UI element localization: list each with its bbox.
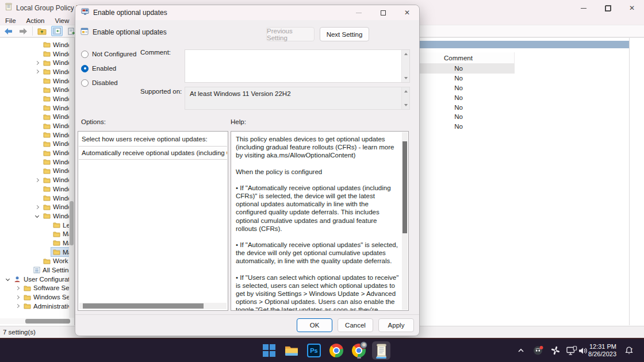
tree-node[interactable]: All Setting: [32, 266, 74, 275]
scroll-down-icon[interactable]: [404, 104, 408, 106]
chevron-icon[interactable]: [3, 278, 12, 280]
discord-icon[interactable]: [531, 339, 545, 362]
tree-node[interactable]: Software Setti: [22, 284, 75, 292]
options-dropdown[interactable]: Automatically receive optional updates (…: [79, 146, 227, 160]
scroll-up-icon[interactable]: [404, 53, 408, 55]
radio-not-configured[interactable]: Not Configured: [81, 49, 136, 59]
next-setting-button[interactable]: Next Setting: [320, 27, 369, 41]
options-horizontal-scrollbar[interactable]: [79, 303, 227, 309]
options-select-label: Select how users receive optional update…: [78, 132, 228, 146]
previous-setting-button[interactable]: Previous Setting: [266, 27, 315, 41]
radio-button-icon[interactable]: [81, 65, 89, 72]
tree-item[interactable]: Windo: [0, 40, 74, 49]
chrome-icon[interactable]: [327, 341, 346, 360]
help-paragraph: • If "Users can select which optional up…: [236, 274, 399, 310]
tree-item[interactable]: Windo: [0, 103, 74, 113]
show-tree-icon[interactable]: [51, 26, 63, 36]
tree-item[interactable]: Windo: [0, 211, 74, 221]
explorer-icon[interactable]: [282, 341, 301, 360]
chevron-icon[interactable]: [33, 214, 41, 217]
gpedit-close-button[interactable]: ✕: [620, 0, 644, 16]
tree-item[interactable]: Windo: [0, 130, 74, 140]
radio-button-icon[interactable]: [81, 79, 89, 87]
chrome-profile-icon[interactable]: [350, 341, 368, 360]
folder-icon: [43, 204, 51, 210]
dialog-close-button[interactable]: ✕: [395, 5, 419, 20]
help-scrollbar-thumb[interactable]: [402, 141, 407, 233]
tree-item[interactable]: Windo: [0, 113, 74, 122]
tree-item[interactable]: Windo: [0, 76, 74, 86]
tree-item[interactable]: Windows Setti: [0, 292, 74, 302]
tree-item[interactable]: Leg: [0, 221, 74, 230]
tree-item[interactable]: Work F: [0, 257, 74, 266]
radio-enabled[interactable]: Enabled: [81, 63, 116, 74]
tree-node[interactable]: Windows Setti: [22, 293, 75, 302]
tree-vertical-scrollbar-thumb[interactable]: [70, 201, 74, 245]
tree-item[interactable]: Windo: [0, 202, 74, 211]
tree-item[interactable]: Windo: [0, 67, 74, 76]
scroll-down-icon[interactable]: [404, 77, 408, 79]
chevron-up-icon[interactable]: [514, 339, 528, 362]
tree-item[interactable]: Windo: [0, 157, 74, 167]
tree-item[interactable]: User Configuratio: [0, 275, 74, 284]
back-icon[interactable]: [2, 26, 14, 36]
chevron-icon[interactable]: [33, 179, 41, 182]
chevron-icon[interactable]: [13, 287, 22, 290]
dialog-maximize-button[interactable]: [371, 5, 395, 20]
menu-item-view[interactable]: View: [50, 17, 75, 24]
scroll-up-icon[interactable]: [404, 90, 408, 93]
chevron-icon[interactable]: [33, 206, 41, 209]
tree-item[interactable]: Windo: [0, 58, 74, 67]
menu-item-action[interactable]: Action: [21, 17, 50, 24]
cancel-button[interactable]: Cancel: [338, 318, 373, 332]
radio-disabled[interactable]: Disabled: [81, 78, 118, 88]
tree-vertical-scrollbar[interactable]: [69, 38, 74, 318]
gpedit-restore-button[interactable]: [596, 0, 620, 16]
tree-horizontal-scrollbar[interactable]: [0, 318, 69, 324]
comment-scroll-gutter[interactable]: [401, 50, 409, 82]
dialog-minimize-button[interactable]: [347, 5, 371, 20]
photoshop-icon[interactable]: Ps: [305, 341, 323, 360]
gpedit-minimize-button[interactable]: [572, 0, 596, 16]
tree-item[interactable]: Administrative: [0, 302, 74, 311]
chevron-icon[interactable]: [33, 61, 41, 64]
tree-item[interactable]: Windo: [0, 140, 74, 149]
tree-item[interactable]: Windo: [0, 148, 74, 157]
tree-item[interactable]: Software Setti: [0, 284, 74, 293]
tree-item[interactable]: Windo: [0, 85, 74, 94]
help-vertical-scrollbar[interactable]: [402, 132, 408, 310]
comment-input[interactable]: [185, 49, 410, 83]
tree-item[interactable]: Windo: [0, 184, 74, 194]
options-scrollbar-thumb[interactable]: [83, 303, 204, 309]
up-folder-icon[interactable]: [36, 26, 48, 36]
tree-item[interactable]: Windo: [0, 49, 74, 59]
tree-item[interactable]: Ma: [0, 238, 74, 248]
bell-icon[interactable]: z: [622, 339, 636, 362]
gpedit-icon[interactable]: [372, 341, 390, 360]
tree-item[interactable]: Windo: [0, 194, 74, 203]
tree-item[interactable]: Ma: [0, 229, 74, 238]
tree-item[interactable]: All Setting: [0, 265, 74, 275]
help-paragraph: When the policy is configured: [236, 168, 399, 176]
tree-item[interactable]: Windo: [0, 121, 74, 130]
tree-item[interactable]: Windo: [0, 94, 74, 103]
pinwheel-icon[interactable]: [549, 339, 562, 362]
chevron-icon[interactable]: [33, 70, 41, 73]
folder-icon: [43, 114, 51, 120]
tree-horizontal-scrollbar-thumb[interactable]: [25, 319, 70, 324]
forward-icon[interactable]: [17, 26, 29, 36]
supported-scroll-gutter[interactable]: [401, 87, 409, 109]
chevron-icon[interactable]: [13, 305, 22, 307]
tree-item[interactable]: Windo: [0, 167, 74, 176]
chevron-icon[interactable]: [13, 296, 22, 299]
ok-button[interactable]: OK: [297, 318, 332, 332]
tree-item[interactable]: Ma: [0, 248, 74, 257]
start-icon[interactable]: [260, 341, 278, 360]
apply-button[interactable]: Apply: [378, 318, 414, 332]
tree-node[interactable]: Administrative: [22, 302, 75, 310]
tree-item[interactable]: Windo: [0, 175, 74, 184]
taskbar-clock[interactable]: 12:31 PM 8/26/2023: [588, 339, 616, 362]
radio-button-icon[interactable]: [81, 51, 89, 58]
menu-item-file[interactable]: File: [0, 17, 21, 24]
tree-node[interactable]: User Configuratio: [12, 275, 75, 283]
